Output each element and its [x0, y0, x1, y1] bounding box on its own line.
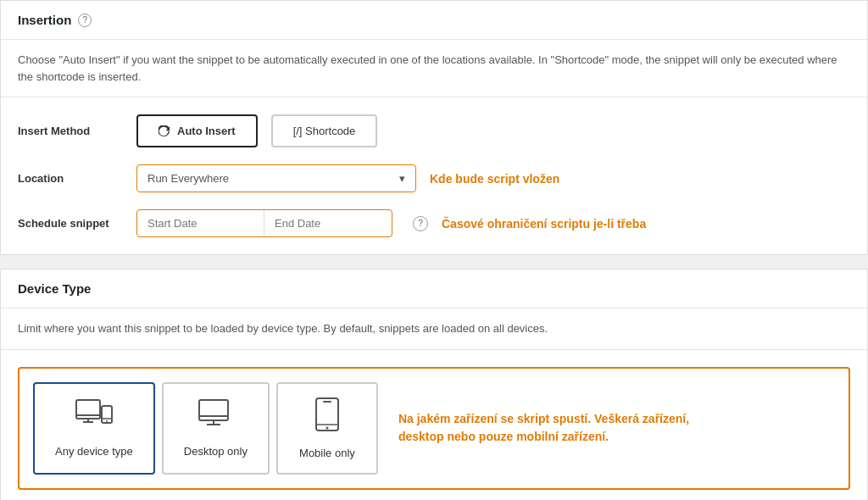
device-option-desktop-label: Desktop only — [184, 445, 248, 458]
location-label: Location — [18, 172, 136, 185]
device-grid-wrapper: Any device type — [1, 350, 867, 501]
device-grid-box: Any device type — [18, 367, 850, 490]
device-option-any-label: Any device type — [55, 445, 133, 458]
insert-method-content: Auto Insert [/] Shortcode — [136, 114, 850, 147]
insertion-help-icon[interactable]: ? — [78, 14, 92, 27]
location-dropdown[interactable]: Run Everywhere ▾ — [136, 164, 416, 192]
insertion-description: Choose "Auto Insert" if you want the sni… — [1, 40, 867, 97]
device-type-title: Device Type — [18, 281, 91, 296]
schedule-content: ? Časové ohraničení scriptu je-li třeba — [136, 209, 850, 237]
schedule-info-icon[interactable]: ? — [413, 216, 428, 231]
page-wrapper: Insertion ? Choose "Auto Insert" if you … — [0, 0, 868, 500]
location-row: Location Run Everywhere ▾ Kde bude scrip… — [18, 164, 850, 192]
svg-rect-8 — [199, 400, 228, 420]
end-date-input[interactable] — [264, 210, 392, 236]
schedule-label: Schedule snippet — [18, 217, 136, 230]
insert-method-label: Insert Method — [18, 125, 136, 137]
desktop-icon — [198, 399, 232, 436]
device-option-desktop[interactable]: Desktop only — [162, 382, 270, 475]
location-content: Run Everywhere ▾ Kde bude script vložen — [136, 164, 850, 192]
chevron-down-icon: ▾ — [399, 172, 405, 185]
svg-point-7 — [106, 420, 108, 422]
insertion-header: Insertion ? — [1, 1, 867, 40]
location-hint: Kde bude script vložen — [430, 172, 559, 186]
schedule-row: Schedule snippet ? Časové ohraničení scr… — [18, 209, 850, 237]
device-options: Any device type — [33, 382, 378, 475]
shortcode-button[interactable]: [/] Shortcode — [271, 114, 378, 147]
auto-insert-button[interactable]: Auto Insert — [136, 114, 258, 147]
insertion-body: Insert Method Auto Insert [/] Shortcode … — [1, 97, 867, 254]
insert-method-row: Insert Method Auto Insert [/] Shortcode — [18, 114, 850, 147]
insertion-title: Insertion — [18, 13, 71, 27]
svg-rect-13 — [316, 398, 338, 431]
any-device-icon — [75, 399, 113, 436]
start-date-input[interactable] — [137, 210, 264, 236]
schedule-hint: Časové ohraničení scriptu je-li třeba — [442, 217, 646, 231]
svg-point-15 — [326, 426, 328, 429]
device-type-hint: Na jakém zařízení se skript spustí. Vešk… — [398, 410, 721, 446]
mobile-icon — [315, 397, 339, 438]
refresh-icon — [159, 125, 170, 137]
date-range-inputs — [136, 209, 392, 237]
device-option-mobile-label: Mobile only — [299, 447, 355, 459]
device-type-description: Limit where you want this snippet to be … — [1, 308, 867, 350]
device-option-any[interactable]: Any device type — [33, 382, 155, 475]
insertion-card: Insertion ? Choose "Auto Insert" if you … — [0, 0, 868, 255]
device-type-header: Device Type — [1, 269, 867, 308]
device-type-card: Device Type Limit where you want this sn… — [0, 269, 868, 500]
device-option-mobile[interactable]: Mobile only — [276, 382, 378, 475]
location-selected: Run Everywhere — [147, 172, 229, 185]
